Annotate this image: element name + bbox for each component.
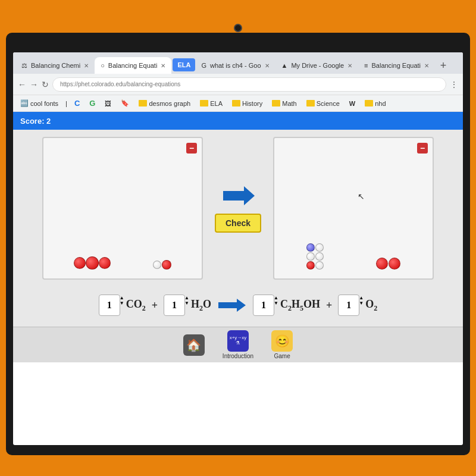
atom-c1 bbox=[306, 243, 315, 252]
history-label: History bbox=[242, 100, 262, 107]
forward-button[interactable]: → bbox=[30, 80, 38, 89]
bookmark-ela[interactable]: ELA bbox=[198, 99, 225, 108]
tab-what-is-ch4[interactable]: G what is ch4 - Goo ✕ bbox=[195, 57, 275, 74]
atom-h4 bbox=[315, 261, 324, 270]
tabs-bar: ⚖ Balancing Chemi ✕ ○ Balancing Equati ✕… bbox=[13, 52, 463, 74]
math-label: Math bbox=[282, 100, 296, 107]
coeff3-down[interactable]: ▼ bbox=[274, 300, 278, 306]
tab-balancing-equati2[interactable]: ≡ Balancing Equati ✕ bbox=[358, 57, 435, 74]
score-text: Score: 2 bbox=[20, 117, 51, 126]
coeff4-up[interactable]: ▲ bbox=[359, 295, 364, 300]
address-bar: ← → ↻ ⋮ bbox=[13, 74, 463, 95]
coeff2-up[interactable]: ▲ bbox=[184, 295, 189, 300]
formula-c2h5oh: C2H5OH bbox=[280, 298, 320, 313]
coeff4-value: 1 bbox=[346, 300, 351, 311]
coeff3-box[interactable]: 1 ▲ ▼ bbox=[253, 295, 274, 316]
cursor-pointer: ↖ bbox=[358, 192, 365, 201]
taskbar-game[interactable]: 😊 Game bbox=[271, 330, 293, 359]
atom-oxygen2 bbox=[99, 257, 111, 269]
equation-area: − bbox=[22, 137, 454, 280]
o2-molecule bbox=[376, 258, 400, 270]
tab-icon5: ≡ bbox=[364, 62, 368, 69]
coeff3-value: 1 bbox=[261, 300, 266, 311]
plus2: + bbox=[326, 299, 332, 312]
coeff3-arrows: ▲ ▼ bbox=[274, 295, 278, 306]
bookmark-math[interactable]: Math bbox=[270, 99, 299, 108]
main-content: − bbox=[13, 130, 463, 327]
bookmark-nhd[interactable]: nhd bbox=[362, 99, 388, 108]
reactants-molecules bbox=[43, 256, 202, 270]
tab-close[interactable]: ✕ bbox=[84, 62, 89, 69]
tab-label: Balancing Chemi bbox=[31, 62, 80, 69]
address-input[interactable] bbox=[52, 77, 446, 92]
bookmark-label: cool fonts bbox=[30, 100, 58, 107]
reload-button[interactable]: ↻ bbox=[42, 80, 49, 89]
coeff2-value: 1 bbox=[172, 300, 177, 311]
bookmark-c[interactable]: C bbox=[72, 98, 82, 109]
coeff1-box[interactable]: 1 ▲ ▼ bbox=[99, 295, 120, 316]
science-folder bbox=[306, 100, 315, 107]
bookmark-separator1: | bbox=[65, 100, 67, 107]
coeff4-box[interactable]: 1 ▲ ▼ bbox=[338, 295, 359, 316]
formula-o2: O2 bbox=[365, 298, 377, 313]
back-button[interactable]: ← bbox=[18, 80, 26, 89]
tab-balancing-chemi[interactable]: ⚖ Balancing Chemi ✕ bbox=[15, 57, 95, 74]
bookmark-history[interactable]: History bbox=[230, 99, 265, 108]
coeff3-up[interactable]: ▲ bbox=[274, 295, 278, 300]
bookmark-cool-fonts[interactable]: 🔤 cool fonts bbox=[18, 98, 61, 108]
atom-o4 bbox=[306, 261, 315, 270]
bookmark-science[interactable]: Science bbox=[304, 99, 342, 108]
atom-h3 bbox=[315, 252, 324, 261]
atom-o6 bbox=[389, 258, 400, 270]
products-minus-btn[interactable]: − bbox=[417, 143, 428, 154]
coeff2-down[interactable]: ▼ bbox=[184, 300, 189, 306]
reactants-box: − bbox=[42, 137, 203, 280]
tab-label3: what is ch4 - Goo bbox=[210, 62, 261, 69]
bookmarks-bar: 🔤 cool fonts | C G 🖼 🔖 desmos graph ELA … bbox=[13, 95, 463, 112]
tab-my-drive[interactable]: ▲ My Drive - Google ✕ bbox=[275, 57, 359, 74]
sub-co2: 2 bbox=[142, 303, 146, 312]
coeff1-arrows: ▲ ▼ bbox=[120, 295, 124, 306]
settings-icon[interactable]: ⋮ bbox=[450, 80, 458, 89]
plus1: + bbox=[152, 299, 158, 312]
coeff2-box[interactable]: 1 ▲ ▼ bbox=[164, 295, 185, 316]
new-tab-button[interactable]: + bbox=[435, 57, 452, 74]
center-column: Check bbox=[215, 184, 261, 233]
products-box: − ↖ bbox=[273, 137, 434, 280]
game-icon[interactable]: 😊 bbox=[271, 330, 293, 352]
tab-ela-badge[interactable]: ELA bbox=[173, 58, 195, 71]
bookmark-desmos[interactable]: desmos graph bbox=[136, 99, 193, 108]
formula-co2: CO2 bbox=[126, 298, 146, 313]
tab-balancing-equati[interactable]: ○ Balancing Equati ✕ bbox=[95, 57, 171, 74]
products-molecules bbox=[274, 243, 433, 270]
tab-label4: My Drive - Google bbox=[291, 62, 344, 69]
sub-o2: 2 bbox=[374, 303, 377, 312]
coeff1-up[interactable]: ▲ bbox=[120, 295, 124, 300]
reactants-minus-btn[interactable]: − bbox=[186, 143, 197, 154]
bookmark-w[interactable]: W bbox=[347, 99, 358, 108]
desmos-label: desmos graph bbox=[149, 100, 190, 107]
tab-close4[interactable]: ✕ bbox=[347, 62, 352, 69]
ela-folder bbox=[200, 100, 208, 107]
history-folder bbox=[232, 100, 240, 107]
bookmark-misc[interactable]: 🔖 bbox=[118, 98, 131, 108]
coeff1-down[interactable]: ▼ bbox=[120, 300, 124, 306]
intro-icon[interactable]: x+y→xy⚗ bbox=[227, 330, 249, 352]
taskbar-intro[interactable]: x+y→xy⚗ Introduction bbox=[223, 330, 253, 359]
c2h5oh-molecule bbox=[306, 243, 329, 270]
home-icon[interactable]: 🏠 bbox=[183, 334, 205, 356]
tab-close3[interactable]: ✕ bbox=[265, 62, 270, 69]
bookmark-images[interactable]: 🖼 bbox=[102, 99, 114, 108]
tab-icon2: ○ bbox=[101, 62, 105, 69]
science-label: Science bbox=[317, 100, 340, 107]
atom-h2 bbox=[306, 252, 315, 261]
tab-icon: ⚖ bbox=[21, 62, 27, 70]
sub-h5: 5 bbox=[300, 303, 303, 312]
tab-close5[interactable]: ✕ bbox=[424, 62, 429, 69]
taskbar-home[interactable]: 🏠 bbox=[183, 334, 205, 356]
coeff4-down[interactable]: ▼ bbox=[359, 300, 364, 306]
screen: ⚖ Balancing Chemi ✕ ○ Balancing Equati ✕… bbox=[13, 52, 463, 445]
tab-close2[interactable]: ✕ bbox=[161, 62, 165, 69]
check-button[interactable]: Check bbox=[215, 214, 261, 233]
bookmark-g[interactable]: G bbox=[87, 98, 98, 109]
